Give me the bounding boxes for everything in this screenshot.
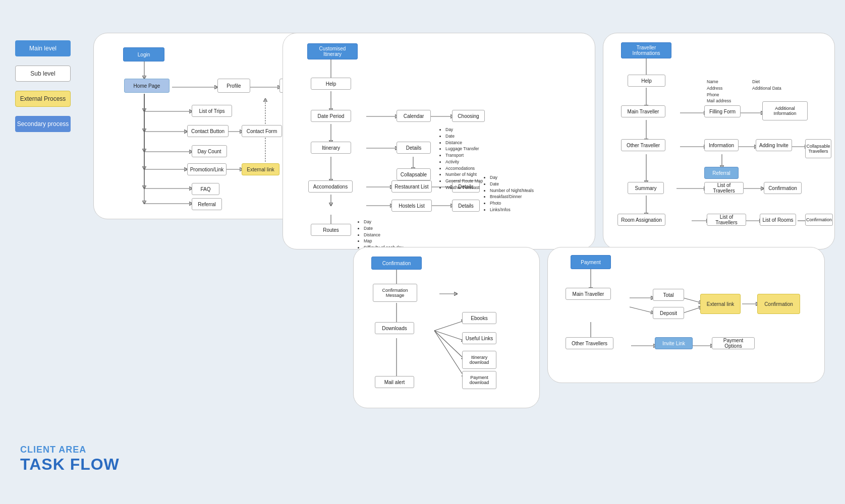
box-details-itin: Details <box>397 142 431 154</box>
box-confirmation-room: Confirmation <box>805 214 833 226</box>
legend-box-sub: Sub level <box>15 66 71 82</box>
legend-secondary: Secondary process <box>15 116 71 132</box>
box-list-travellers-sum: List of Travellers <box>704 182 744 194</box>
legend-main: Main level <box>15 40 71 56</box>
details-list-itin: Day Date Distance Luggage Transfer Trans… <box>439 127 483 191</box>
box-list-rooms: List of Rooms <box>760 214 796 226</box>
box-invite-link: Invite Link <box>655 337 693 349</box>
legend: Main level Sub level External Process Se… <box>15 40 71 132</box>
box-downloads: Downloads <box>375 322 414 334</box>
box-calendar: Calendar <box>397 110 431 122</box>
main-title: TASK FLOW <box>20 455 120 474</box>
box-payment-main-traveller: Main Traveller <box>566 288 611 300</box>
box-collapsable-travellers: Collapsable Travellers <box>805 139 831 158</box>
box-payment-options: Payment Options <box>712 337 755 349</box>
diet-list: Diet Additional Data <box>752 79 781 92</box>
legend-sub: Sub level <box>15 66 71 82</box>
box-login: Login <box>123 47 164 61</box>
box-other-traveller: Other Traveller <box>621 139 665 151</box>
box-useful-links: Useful Links <box>462 332 496 344</box>
svg-line-59 <box>683 298 702 303</box>
svg-line-60 <box>683 307 702 313</box>
box-confirmation-sum: Confirmation <box>764 182 802 194</box>
box-hostels-list: Hostels List <box>391 200 432 212</box>
diagram-confirmation: Confirmation Confirmation Message Downlo… <box>353 247 540 408</box>
svg-line-52 <box>434 331 465 341</box>
box-promotion: Promotion/Link <box>187 163 227 175</box>
box-accomodations: Accomodations <box>308 180 353 193</box>
box-collapsable: Collapsable <box>397 168 431 180</box>
box-confirmation-message: Confirmation Message <box>373 284 417 302</box>
box-information: Information <box>704 139 739 151</box>
box-itinerary: Itinerary <box>311 142 351 154</box>
box-date-period: Date Period <box>311 110 351 122</box>
box-ebooks: Ebooks <box>462 312 496 324</box>
box-list-trips: List of Trips <box>192 105 232 117</box>
box-list-travellers-room: List of Travellers <box>707 214 746 226</box>
box-restaurant-list: Restaurant List <box>391 180 432 193</box>
diagram-traveller: Traveller Informations Help Main Travell… <box>603 33 835 249</box>
box-additional-info: Additional Information <box>762 101 808 120</box>
legend-box-main: Main level <box>15 40 71 56</box>
legend-box-external: External Process <box>15 91 71 107</box>
box-adding-invite: Adding Invite <box>756 139 792 151</box>
box-deposit: Deposit <box>653 307 684 319</box>
box-help1: Help <box>311 78 351 90</box>
svg-line-51 <box>434 321 465 331</box>
legend-box-secondary: Secondary process <box>15 116 71 132</box>
box-details-hostels: Details <box>452 200 480 212</box>
box-referral: Referral <box>192 198 222 210</box>
box-traveller-title: Traveller Informations <box>621 42 671 58</box>
diagram-payment: Payment Main Traveller Total Deposit Ext… <box>547 247 825 383</box>
box-payment-title: Payment <box>571 255 611 269</box>
box-room-assignation: Room Assignation <box>617 214 665 226</box>
subtitle: CLIENT AREA <box>20 445 120 455</box>
diagram-customised: Customised Itinerary Help Date Period Ca… <box>283 33 595 249</box>
box-total: Total <box>653 289 684 301</box>
svg-line-58 <box>630 307 654 313</box>
box-external-link2: External link <box>700 294 741 314</box>
details-list-rest: Day Date Number of Night/Meals Breakfast… <box>484 174 534 213</box>
svg-line-53 <box>434 331 465 359</box>
box-contact-form: Contact Form <box>242 125 282 137</box>
box-routes: Routes <box>311 224 351 236</box>
box-customised-title: Customised Itinerary <box>307 43 358 59</box>
legend-external: External Process <box>15 91 71 107</box>
bottom-title: CLIENT AREA TASK FLOW <box>20 445 120 474</box>
box-confirmation-title: Confirmation <box>371 257 422 270</box>
box-itinerary-download: Itinerary download <box>462 351 496 369</box>
box-day-count: Day Count <box>192 145 227 157</box>
box-external-link: External link <box>242 163 279 175</box>
svg-line-54 <box>434 331 465 377</box>
box-homepage: Home Page <box>124 79 170 93</box>
box-confirmation-payment: Confirmation <box>757 294 800 314</box>
box-faq: FAQ <box>192 183 219 195</box>
box-summary: Summary <box>628 182 664 194</box>
box-mail-alert: Mail alert <box>375 376 414 388</box>
box-referral3: Referral <box>704 167 739 179</box>
box-profile: Profile <box>217 79 250 93</box>
traveller-info-list: Name Address Phone Mail address <box>707 79 731 104</box>
box-choosing: Choosing <box>452 110 485 122</box>
box-contact-button: Contact Button <box>187 125 229 137</box>
box-filling-form: Filling Form <box>704 105 741 117</box>
box-payment-download: Payment download <box>462 371 496 389</box>
box-help3: Help <box>628 75 665 87</box>
box-other-travellers-pay: Other Travellers <box>566 337 613 349</box>
box-main-traveller: Main Traveller <box>621 105 665 117</box>
